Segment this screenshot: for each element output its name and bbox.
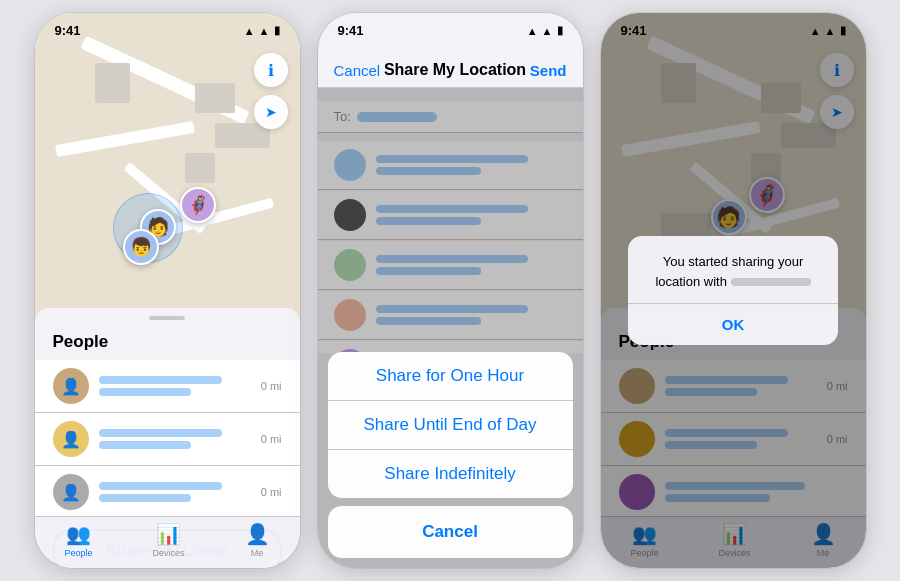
tab-bar-1: 👥 People 📊 Devices 👤 Me [35,516,300,568]
info-icon: ℹ [268,61,274,80]
share-indefinitely-option[interactable]: Share Indefinitely [328,450,573,498]
phone-screen-2: 9:41 ▲ ▲ ▮ Cancel Share My Location Send… [318,13,583,568]
action-sheet: Share for One Hour Share Until End of Da… [318,352,583,568]
panel-handle [149,316,185,320]
people-title: People [35,328,300,360]
status-icons-2: ▲ ▲ ▮ [527,24,563,37]
alert-ok-button[interactable]: OK [628,304,838,345]
info-button[interactable]: ℹ [254,53,288,87]
action-sheet-overlay: Share for One Hour Share Until End of Da… [318,13,583,568]
share-one-hour-option[interactable]: Share for One Hour [328,352,573,401]
distance-3: 0 mi [261,486,282,498]
signal-icon-2: ▲ [527,25,538,37]
map-pin-blue-2: 👦 [123,229,159,265]
alert-name-blur [731,278,811,286]
avatar-1: 👤 [53,368,89,404]
person-row-1[interactable]: 👤 0 mi [35,360,300,413]
person-info-1 [99,376,253,396]
phone-screen-1: 9:41 ▲ ▲ ▮ 🦸‍♀️ 🧑 👦 ℹ ➤ [35,13,300,568]
person-row-3[interactable]: 👤 0 mi [35,466,300,519]
distance-1: 0 mi [261,380,282,392]
alert-text-line1: You started sharing your location with [644,252,822,291]
action-group: Share for One Hour Share Until End of Da… [328,352,573,498]
distance-2: 0 mi [261,433,282,445]
phone-screen-3: 9:41 ▲ ▲ ▮ 🦸‍♀️ 🧑 ℹ ➤ [601,13,866,568]
person-info-2 [99,429,253,449]
alert-box: You started sharing your location with O… [628,236,838,345]
arrow-icon: ➤ [265,104,277,120]
battery-icon: ▮ [274,24,280,37]
map-pin-purple: 🦸‍♀️ [180,187,216,223]
send-nav-button[interactable]: Send [530,62,567,79]
nav-title-2: Share My Location [384,61,526,79]
battery-icon-2: ▮ [557,24,563,37]
location-button[interactable]: ➤ [254,95,288,129]
devices-tab-label: Devices [153,548,185,558]
tab-me-1[interactable]: 👤 Me [245,522,270,558]
alert-body: You started sharing your location with [628,236,838,303]
me-tab-icon: 👤 [245,522,270,546]
avatar-3: 👤 [53,474,89,510]
tab-devices-1[interactable]: 📊 Devices [153,522,185,558]
time-1: 9:41 [55,23,81,38]
status-bar-2: 9:41 ▲ ▲ ▮ [318,13,583,42]
person-row-2[interactable]: 👤 0 mi [35,413,300,466]
status-bar-1: 9:41 ▲ ▲ ▮ [35,13,300,42]
tab-people-1[interactable]: 👥 People [64,522,92,558]
devices-tab-icon: 📊 [156,522,181,546]
status-icons-1: ▲ ▲ ▮ [244,24,280,37]
cancel-nav-button[interactable]: Cancel [334,62,381,79]
map-background-1: 🦸‍♀️ 🧑 👦 ℹ ➤ [35,13,300,323]
signal-icon: ▲ [244,25,255,37]
action-cancel-button[interactable]: Cancel [328,506,573,558]
time-2: 9:41 [338,23,364,38]
person-info-3 [99,482,253,502]
people-tab-label: People [64,548,92,558]
wifi-icon-2: ▲ [542,25,553,37]
avatar-2: 👤 [53,421,89,457]
me-tab-label: Me [251,548,264,558]
share-end-of-day-option[interactable]: Share Until End of Day [328,401,573,450]
wifi-icon: ▲ [259,25,270,37]
alert-overlay: You started sharing your location with O… [601,13,866,568]
people-tab-icon: 👥 [66,522,91,546]
